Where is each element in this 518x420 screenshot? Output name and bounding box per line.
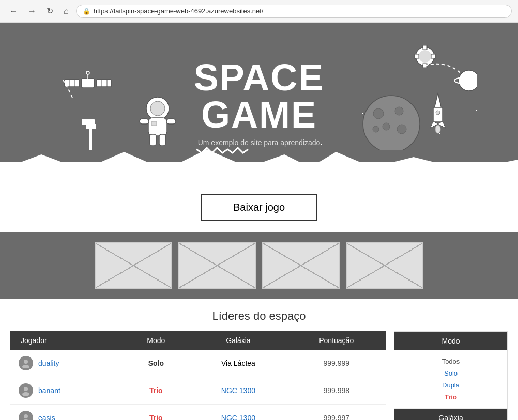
svg-point-39	[435, 125, 440, 133]
svg-rect-25	[431, 54, 435, 58]
mode-cell: Solo	[123, 350, 189, 377]
leaderboard-title: Líderes do espaço	[10, 309, 508, 323]
leaderboard-container: Jogador Modo Galáxia Pontuação	[10, 331, 508, 420]
filter-box: Modo Todos Solo Dupla Trio Galáxia	[394, 331, 508, 420]
svg-point-44	[24, 387, 28, 391]
galaxy-link[interactable]: NGC 1300	[221, 386, 255, 395]
mode-cell: Trio	[123, 405, 189, 421]
satellite-decoration	[62, 64, 114, 107]
col-score: Pontuação	[287, 331, 386, 350]
avatar	[19, 383, 33, 398]
svg-rect-14	[148, 118, 167, 136]
screenshot-3	[262, 242, 340, 289]
table-body: duality Solo Via Láctea 999.999	[10, 350, 386, 420]
col-galaxy: Galáxia	[189, 331, 287, 350]
forward-button[interactable]: →	[25, 6, 39, 17]
svg-rect-9	[89, 127, 92, 150]
filter-dupla[interactable]: Dupla	[394, 379, 507, 391]
svg-point-38	[436, 111, 440, 115]
table-header: Jogador Modo Galáxia Pontuação	[10, 331, 386, 350]
galaxy-cell: NGC 1300	[189, 377, 287, 405]
back-button[interactable]: ←	[6, 6, 21, 17]
svg-rect-17	[140, 119, 149, 124]
svg-point-21	[419, 50, 431, 63]
refresh-button[interactable]: ↻	[43, 5, 56, 17]
svg-point-26	[459, 70, 477, 91]
url-text: https://tailspin-space-game-web-4692.azu…	[94, 7, 264, 15]
player-info: banant	[19, 383, 114, 398]
screenshot-2	[178, 242, 256, 289]
svg-marker-34	[434, 93, 441, 108]
svg-rect-11	[82, 119, 95, 125]
player-cell: duality	[10, 350, 123, 377]
svg-point-46	[24, 414, 28, 418]
svg-point-43	[22, 365, 29, 368]
svg-point-33	[373, 126, 379, 132]
mode-value: Trio	[149, 386, 163, 395]
player-cell: banant	[10, 377, 123, 405]
svg-point-45	[22, 392, 29, 396]
player-link[interactable]: duality	[38, 359, 59, 367]
svg-rect-2	[97, 80, 111, 87]
hero-title-line2: GAME	[194, 96, 325, 133]
screenshots-section	[0, 232, 518, 299]
score-cell: 999.999	[287, 350, 386, 377]
filter-todos[interactable]: Todos	[394, 355, 507, 367]
svg-rect-18	[166, 119, 176, 124]
leaderboard-table: Jogador Modo Galáxia Pontuação	[10, 331, 386, 420]
astronaut-decoration	[137, 93, 178, 152]
mode-value: Solo	[148, 359, 164, 367]
hero-title-line1: SPACE	[194, 59, 325, 96]
address-bar[interactable]: 🔒 https://tailspin-space-game-web-4692.a…	[76, 5, 512, 18]
browser-chrome: ← → ↻ ⌂ 🔒 https://tailspin-space-game-we…	[0, 0, 518, 23]
rocket-planet-decoration	[358, 88, 451, 152]
col-mode: Modo	[123, 331, 189, 350]
galaxy-cell: NGC 1300	[189, 405, 287, 421]
filter-solo[interactable]: Solo	[394, 367, 507, 379]
leaderboard-main: Jogador Modo Galáxia Pontuação	[10, 331, 386, 420]
player-cell: easis	[10, 405, 123, 421]
avatar	[19, 356, 33, 370]
home-button[interactable]: ⌂	[60, 6, 72, 17]
galaxy-link[interactable]: NGC 1300	[221, 414, 255, 420]
hero-section: SPACE GAME Um exemplo de site para apren…	[0, 23, 518, 183]
mode-value: Trio	[149, 414, 163, 420]
svg-point-13	[150, 101, 165, 116]
filter-sidebar: Modo Todos Solo Dupla Trio Galáxia	[394, 331, 508, 420]
svg-rect-19	[151, 121, 157, 126]
screenshot-4	[346, 242, 423, 289]
leaderboard-section: Líderes do espaço Jogador Modo Galáxia P…	[0, 299, 518, 420]
filter-mode-section: Todos Solo Dupla Trio	[394, 350, 507, 409]
score-cell: 999.998	[287, 377, 386, 405]
svg-point-42	[24, 360, 28, 364]
score-cell: 999.997	[287, 405, 386, 421]
filter-galaxy-header: Galáxia	[394, 409, 507, 420]
table-row: banant Trio NGC 1300 999.998	[10, 377, 386, 405]
svg-point-29	[373, 108, 384, 119]
table-row: easis Trio NGC 1300 999.997	[10, 405, 386, 421]
svg-rect-22	[423, 45, 427, 50]
player-info: duality	[19, 356, 114, 370]
svg-rect-15	[150, 134, 156, 146]
player-link[interactable]: easis	[38, 414, 55, 420]
page-content: SPACE GAME Um exemplo de site para apren…	[0, 23, 518, 420]
filter-trio[interactable]: Trio	[394, 391, 507, 403]
lock-icon: 🔒	[83, 8, 90, 15]
galaxy-value: Via Láctea	[221, 359, 255, 367]
svg-point-32	[397, 125, 406, 134]
player-info: easis	[19, 411, 114, 420]
table-row: duality Solo Via Láctea 999.999	[10, 350, 386, 377]
svg-point-30	[395, 107, 403, 115]
download-button[interactable]: Baixar jogo	[201, 194, 317, 221]
col-player: Jogador	[10, 331, 123, 350]
table-header-row: Jogador Modo Galáxia Pontuação	[10, 331, 386, 350]
svg-point-31	[383, 123, 390, 130]
screenshot-1	[95, 242, 172, 289]
mode-cell: Trio	[123, 377, 189, 405]
galaxy-cell: Via Láctea	[189, 350, 287, 377]
svg-point-8	[86, 71, 89, 74]
svg-rect-24	[415, 54, 419, 58]
svg-rect-16	[159, 134, 165, 146]
player-link[interactable]: banant	[38, 386, 60, 395]
streetlight-decoration	[82, 116, 102, 154]
